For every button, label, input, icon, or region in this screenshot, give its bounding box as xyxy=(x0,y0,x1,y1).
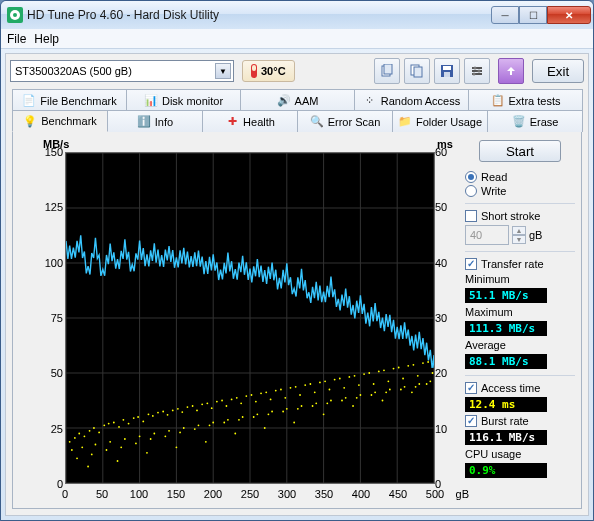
svg-point-162 xyxy=(176,446,178,448)
tab-error-scan[interactable]: 🔍Error Scan xyxy=(297,110,393,132)
chevron-down-icon: ▼ xyxy=(215,63,231,79)
svg-point-48 xyxy=(142,421,144,423)
svg-rect-5 xyxy=(414,67,422,77)
tab-random-access[interactable]: ⁘Random Access xyxy=(354,89,469,111)
svg-point-169 xyxy=(382,400,384,402)
svg-point-121 xyxy=(256,413,258,415)
svg-point-47 xyxy=(137,416,139,418)
svg-point-83 xyxy=(314,391,316,393)
check-label: Access time xyxy=(481,382,540,394)
checkbox-icon xyxy=(465,210,477,222)
tab-info[interactable]: ℹ️Info xyxy=(107,110,203,132)
chevron-up-icon: ▲ xyxy=(512,226,526,235)
tab-health[interactable]: ✚Health xyxy=(202,110,298,132)
svg-point-97 xyxy=(383,369,385,371)
options-button[interactable] xyxy=(464,58,490,84)
svg-point-137 xyxy=(120,446,122,448)
tab-benchmark[interactable]: 💡Benchmark xyxy=(12,110,108,132)
maximize-button[interactable]: ☐ xyxy=(519,6,547,24)
x-axis-unit: gB xyxy=(456,488,469,500)
tab-extra-tests[interactable]: 📋Extra tests xyxy=(468,89,583,111)
svg-point-131 xyxy=(404,386,406,388)
y-right-tick: 60 xyxy=(435,146,455,158)
svg-point-143 xyxy=(209,424,211,426)
svg-point-117 xyxy=(198,424,200,426)
tab-label: Extra tests xyxy=(509,95,561,107)
svg-point-163 xyxy=(205,441,207,443)
menu-help[interactable]: Help xyxy=(34,32,59,46)
tab-erase[interactable]: 🗑️Erase xyxy=(487,110,583,132)
erase-icon: 🗑️ xyxy=(512,115,526,129)
close-button[interactable]: ✕ xyxy=(547,6,591,24)
svg-point-51 xyxy=(157,412,159,414)
save-button[interactable] xyxy=(434,58,460,84)
svg-point-38 xyxy=(93,427,95,429)
y-left-tick: 50 xyxy=(33,367,63,379)
svg-point-70 xyxy=(251,394,253,396)
svg-rect-3 xyxy=(384,64,392,74)
cpu-usage-value: 0.9% xyxy=(465,463,547,478)
svg-point-56 xyxy=(181,411,183,413)
svg-point-105 xyxy=(422,362,424,364)
tab-label: Random Access xyxy=(381,95,460,107)
write-radio[interactable]: Write xyxy=(465,185,575,197)
svg-point-100 xyxy=(398,367,400,369)
x-tick: 450 xyxy=(384,488,412,500)
content-area: ST3500320AS (500 gB) ▼ 30°C Exit 📄File B… xyxy=(5,53,589,516)
svg-point-72 xyxy=(260,392,262,394)
svg-point-134 xyxy=(76,457,78,459)
svg-point-79 xyxy=(295,386,297,388)
drive-selector[interactable]: ST3500320AS (500 gB) ▼ xyxy=(10,60,234,82)
svg-point-62 xyxy=(211,407,213,409)
svg-point-112 xyxy=(124,438,126,440)
burst-rate-value: 116.1 MB/s xyxy=(465,430,547,445)
svg-point-142 xyxy=(194,428,196,430)
tab-file-benchmark[interactable]: 📄File Benchmark xyxy=(12,89,127,111)
check-label: Burst rate xyxy=(481,415,529,427)
drive-selector-value: ST3500320AS (500 gB) xyxy=(15,65,132,77)
app-icon xyxy=(7,7,23,23)
tab-disk-monitor[interactable]: 📊Disk monitor xyxy=(126,89,241,111)
toolbar: ST3500320AS (500 gB) ▼ 30°C Exit xyxy=(10,58,584,84)
check-label: Short stroke xyxy=(481,210,540,222)
file-benchmark-icon: 📄 xyxy=(22,94,36,108)
average-value: 88.1 MB/s xyxy=(465,354,547,369)
tab-label: AAM xyxy=(295,95,319,107)
tab-aam[interactable]: 🔊AAM xyxy=(240,89,355,111)
svg-point-66 xyxy=(231,399,233,401)
svg-point-99 xyxy=(393,368,395,370)
menu-file[interactable]: File xyxy=(7,32,26,46)
svg-point-155 xyxy=(385,391,387,393)
svg-point-122 xyxy=(271,411,273,413)
tab-label: Disk monitor xyxy=(162,95,223,107)
short-stroke-spinner: ▲▼ xyxy=(512,226,526,244)
minimum-value: 51.1 MB/s xyxy=(465,288,547,303)
svg-point-71 xyxy=(255,401,257,403)
y-left-tick: 150 xyxy=(33,146,63,158)
svg-point-116 xyxy=(183,427,185,429)
svg-point-76 xyxy=(280,389,282,391)
svg-point-108 xyxy=(71,449,73,451)
minimize-button[interactable]: ─ xyxy=(491,6,519,24)
copy-info-button[interactable] xyxy=(374,58,400,84)
tab-folder-usage[interactable]: 📁Folder Usage xyxy=(392,110,488,132)
copy-screenshot-button[interactable] xyxy=(404,58,430,84)
tab-label: Health xyxy=(243,116,275,128)
check-label: Transfer rate xyxy=(481,258,544,270)
svg-point-57 xyxy=(187,406,189,408)
read-radio[interactable]: Read xyxy=(465,171,575,183)
svg-point-77 xyxy=(284,397,286,399)
short-stroke-check[interactable]: Short stroke xyxy=(465,210,575,222)
access-time-check[interactable]: Access time xyxy=(465,382,575,394)
maximum-label: Maximum xyxy=(465,306,575,318)
svg-point-35 xyxy=(78,433,80,435)
start-button[interactable]: Start xyxy=(479,140,561,162)
burst-rate-check[interactable]: Burst rate xyxy=(465,415,575,427)
svg-point-156 xyxy=(400,389,402,391)
temperature-value: 30°C xyxy=(261,65,286,77)
exit-button[interactable]: Exit xyxy=(532,59,584,83)
svg-point-152 xyxy=(341,400,343,402)
svg-point-82 xyxy=(309,383,311,385)
save-log-button[interactable] xyxy=(498,58,524,84)
transfer-rate-check[interactable]: Transfer rate xyxy=(465,258,575,270)
